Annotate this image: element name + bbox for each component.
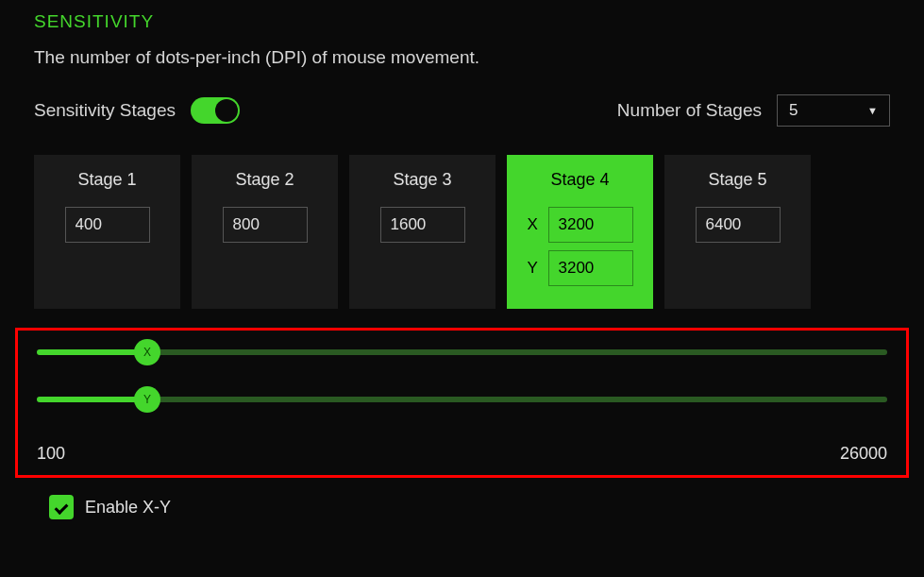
number-of-stages-label: Number of Stages bbox=[617, 100, 762, 121]
y-slider-thumb[interactable]: Y bbox=[134, 386, 160, 413]
number-of-stages-select[interactable]: 5 ▼ bbox=[777, 94, 890, 127]
stage-input-3[interactable] bbox=[380, 207, 465, 243]
y-axis-label: Y bbox=[528, 259, 541, 278]
slider-max: 26000 bbox=[840, 444, 887, 464]
stage-input-4-x[interactable] bbox=[548, 207, 633, 243]
sensitivity-stages-toggle[interactable] bbox=[191, 97, 240, 124]
slider-min: 100 bbox=[37, 444, 65, 464]
x-axis-label: X bbox=[528, 215, 541, 234]
stage-input-5[interactable] bbox=[696, 207, 781, 243]
x-slider[interactable]: X bbox=[37, 349, 887, 355]
stage-card-2[interactable]: Stage 2 bbox=[192, 155, 338, 309]
stage-title: Stage 4 bbox=[550, 170, 609, 190]
stage-card-3[interactable]: Stage 3 bbox=[349, 155, 496, 309]
stage-card-1[interactable]: Stage 1 bbox=[34, 155, 180, 309]
stage-input-4-y[interactable] bbox=[548, 250, 633, 286]
toggle-knob bbox=[215, 99, 238, 122]
stage-title: Stage 2 bbox=[235, 170, 294, 190]
stage-input-2[interactable] bbox=[223, 207, 308, 243]
section-description: The number of dots-per-inch (DPI) of mou… bbox=[34, 47, 890, 68]
check-icon bbox=[55, 502, 68, 512]
stage-title: Stage 5 bbox=[708, 170, 766, 190]
sensitivity-stages-label: Sensitivity Stages bbox=[34, 100, 176, 121]
stage-title: Stage 1 bbox=[77, 170, 136, 190]
x-slider-thumb[interactable]: X bbox=[134, 339, 160, 365]
stage-input-1[interactable] bbox=[65, 207, 150, 243]
y-slider[interactable]: Y bbox=[37, 397, 887, 402]
stage-card-5[interactable]: Stage 5 bbox=[664, 155, 811, 309]
select-value: 5 bbox=[789, 101, 798, 120]
enable-xy-label: Enable X-Y bbox=[85, 498, 171, 518]
section-title: SENSITIVITY bbox=[34, 11, 890, 32]
sliders-area: X Y 100 26000 bbox=[15, 328, 909, 478]
enable-xy-checkbox[interactable] bbox=[49, 495, 74, 519]
stage-card-4[interactable]: Stage 4 X Y bbox=[507, 155, 653, 309]
stage-title: Stage 3 bbox=[393, 170, 451, 190]
chevron-down-icon: ▼ bbox=[867, 105, 878, 116]
stages-container: Stage 1 Stage 2 Stage 3 Stage 4 X Y Stag… bbox=[34, 155, 890, 309]
